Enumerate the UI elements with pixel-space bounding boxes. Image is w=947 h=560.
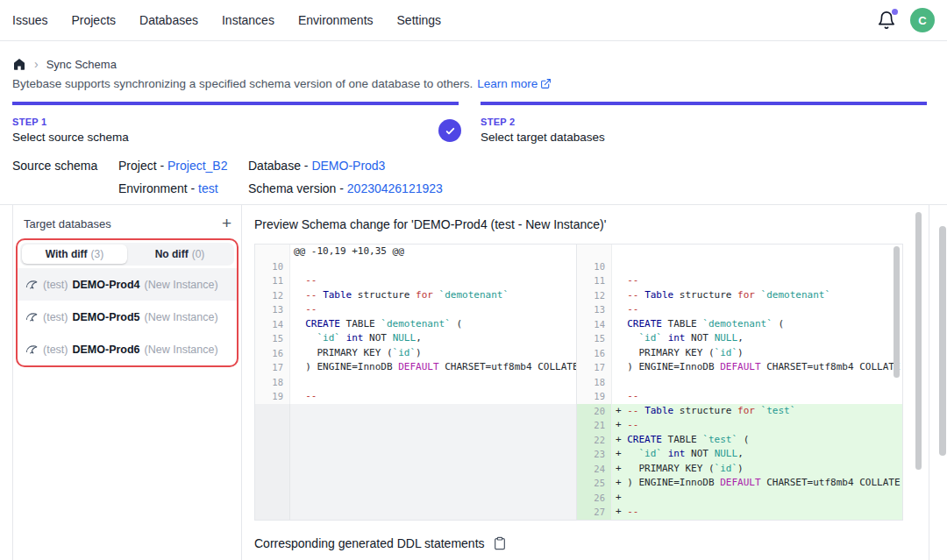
avatar[interactable]: C	[910, 8, 935, 32]
add-target-database-button[interactable]: +	[222, 216, 231, 230]
step1-title: Select source schema	[12, 131, 129, 144]
diff-line: 10	[255, 259, 576, 274]
diff-line: 23+ `id` int NOT NULL,	[577, 447, 902, 462]
diff-line: 13 --	[577, 302, 902, 317]
db-environment: (test)	[43, 311, 68, 323]
field-value-link[interactable]: test	[198, 181, 218, 195]
line-content: PRIMARY KEY (`id`)	[290, 346, 576, 361]
learn-more-link[interactable]: Learn more	[477, 77, 552, 90]
diff-line: 21+ --	[577, 418, 902, 433]
diff-line: 17 ) ENGINE=InnoDB DEFAULT CHARSET=utf8m…	[255, 360, 576, 375]
nav-item-settings[interactable]: Settings	[397, 13, 442, 27]
line-number: 14	[255, 317, 290, 332]
line-number: 27	[577, 505, 612, 520]
db-name: DEMO-Prod6	[72, 344, 139, 356]
notification-bell-button[interactable]	[877, 11, 896, 30]
target-list-highlight-box: With diff(3)No diff(0) (test)DEMO-Prod4(…	[16, 238, 239, 367]
line-number: 17	[255, 360, 290, 375]
nav-item-databases[interactable]: Databases	[139, 13, 198, 27]
page-scrollbar[interactable]	[939, 226, 946, 456]
clipboard-copy-icon[interactable]	[493, 536, 507, 550]
line-number: 21	[577, 418, 612, 433]
step1-label: STEP 1	[12, 117, 129, 127]
line-content: @@ -10,19 +10,35 @@	[290, 245, 576, 259]
diff-line: 14 CREATE TABLE `demotenant` (	[577, 317, 902, 332]
line-content: PRIMARY KEY (`id`)	[612, 346, 902, 361]
line-content: -- Table structure for `demotenant`	[612, 288, 902, 303]
target-database-list: (test)DEMO-Prod4(New Instance)(test)DEMO…	[18, 268, 237, 365]
diff-hunk-header: @@ -10,19 +10,35 @@	[255, 245, 576, 259]
diff-line: 27+ --	[577, 505, 902, 520]
line-content: --	[612, 273, 902, 288]
nav-item-instances[interactable]: Instances	[222, 13, 274, 27]
diff-line: 18	[255, 375, 576, 390]
line-content	[612, 375, 902, 390]
step-2[interactable]: STEP 2 Select target databases	[481, 117, 605, 144]
line-number	[255, 245, 290, 259]
tab-no-diff[interactable]: No diff(0)	[127, 245, 232, 264]
diff-line: 24+ PRIMARY KEY (`id`)	[577, 462, 902, 477]
diff-line: 16 PRIMARY KEY (`id`)	[577, 346, 902, 361]
target-panel-title: Target databases	[24, 217, 111, 230]
step2-progress-bar	[481, 102, 927, 105]
breadcrumb-page-title: Sync Schema	[46, 58, 117, 71]
preview-title: Preview Schema change for 'DEMO-Prod4 (t…	[254, 217, 929, 231]
field-value-link[interactable]: DEMO-Prod3	[311, 159, 385, 173]
step2-label: STEP 2	[481, 117, 605, 127]
line-content: `id` int NOT NULL,	[612, 331, 902, 346]
field-name: Project -	[118, 159, 167, 173]
db-name: DEMO-Prod5	[72, 311, 139, 323]
nav-right: C	[877, 8, 935, 32]
intro-text: Bytebase supports synchronizing a specif…	[12, 77, 473, 90]
diff-line: 19 --	[255, 389, 576, 404]
ddl-statements-title: Corresponding generated DDL statements	[254, 536, 485, 550]
source-field-schema-version: Schema version - 20230426121923	[248, 181, 443, 195]
tab-with-diff[interactable]: With diff(3)	[22, 245, 127, 264]
home-icon[interactable]	[12, 57, 26, 71]
target-databases-panel: Target databases + With diff(3)No diff(0…	[12, 205, 242, 560]
preview-panel-scrollbar[interactable]	[915, 212, 922, 470]
source-field-database: Database - DEMO-Prod3	[248, 159, 443, 173]
diff-empty-filler	[255, 404, 576, 521]
database-item-demo-prod4[interactable]: (test)DEMO-Prod4(New Instance)	[18, 268, 237, 301]
nav-item-projects[interactable]: Projects	[71, 13, 116, 27]
field-name: Schema version -	[248, 181, 347, 195]
diff-line: 25+ ) ENGINE=InnoDB DEFAULT CHARSET=utf8…	[577, 476, 902, 491]
nav-item-environments[interactable]: Environments	[298, 13, 374, 27]
target-panel-header: Target databases +	[13, 205, 241, 238]
step-1[interactable]: STEP 1 Select source schema	[12, 117, 129, 144]
database-item-demo-prod6[interactable]: (test)DEMO-Prod6(New Instance)	[18, 333, 237, 365]
ddl-statements-row: Corresponding generated DDL statements	[254, 536, 929, 550]
diff-hunk-header	[577, 245, 902, 259]
step1-complete-badge	[438, 119, 461, 142]
line-content: -- Table structure for `demotenant`	[290, 288, 576, 303]
diff-pane-scrollbar[interactable]	[894, 246, 900, 378]
step-indicator: STEP 1 Select source schema STEP 2 Selec…	[0, 102, 947, 151]
line-content: CREATE TABLE `demotenant` (	[290, 317, 576, 332]
line-number: 19	[255, 389, 290, 404]
line-content: `id` int NOT NULL,	[290, 331, 576, 346]
top-navigation: IssuesProjectsDatabasesInstancesEnvironm…	[0, 0, 947, 41]
line-number: 17	[577, 360, 612, 375]
tab-label: With diff	[46, 248, 88, 260]
nav-item-issues[interactable]: Issues	[12, 13, 47, 27]
line-content: --	[290, 389, 576, 404]
line-number: 25	[577, 476, 612, 491]
diff-pane-source: @@ -10,19 +10,35 @@10 11 --12 -- Table s…	[255, 245, 576, 520]
line-number: 26	[577, 491, 612, 506]
diff-line: 12 -- Table structure for `demotenant`	[255, 288, 576, 303]
line-number: 10	[577, 259, 612, 274]
diff-filter-tabs: With diff(3)No diff(0)	[20, 243, 234, 266]
database-item-demo-prod5[interactable]: (test)DEMO-Prod5(New Instance)	[18, 301, 237, 333]
line-content: + `id` int NOT NULL,	[612, 447, 902, 462]
source-field-environment: Environment - test	[118, 181, 248, 195]
field-value-link[interactable]: 20230426121923	[347, 181, 443, 195]
source-schema-label: Source schema	[12, 159, 97, 173]
line-number: 18	[577, 375, 612, 390]
line-content: + -- Table structure for `test`	[612, 404, 902, 419]
diff-line: 20+ -- Table structure for `test`	[577, 404, 902, 419]
field-value-link[interactable]: Project_B2	[167, 159, 227, 173]
mysql-dolphin-icon	[25, 278, 39, 291]
diff-line: 11 --	[577, 273, 902, 288]
line-content	[290, 259, 576, 274]
